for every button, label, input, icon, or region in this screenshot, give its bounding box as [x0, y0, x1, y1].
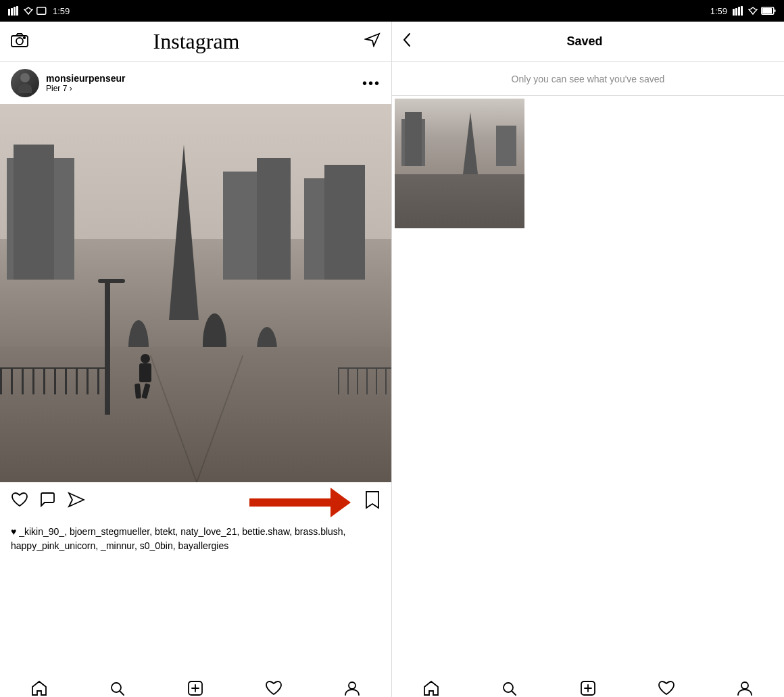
back-button[interactable]: [403, 32, 411, 51]
svg-rect-8: [741, 6, 743, 16]
saved-title: Saved: [422, 34, 748, 49]
saved-header: Saved: [392, 22, 784, 62]
svg-point-26: [741, 682, 748, 689]
svg-point-13: [16, 38, 23, 45]
camera-icon[interactable]: [11, 32, 28, 51]
svg-rect-7: [738, 7, 740, 16]
nav-add-right[interactable]: [549, 679, 627, 697]
svg-rect-5: [733, 9, 735, 16]
nav-add[interactable]: [157, 679, 235, 697]
post-actions: [0, 482, 391, 522]
svg-rect-0: [8, 9, 10, 16]
bottom-nav-left: [0, 679, 392, 697]
svg-rect-6: [735, 8, 737, 16]
nav-heart-right[interactable]: [627, 679, 706, 697]
svg-rect-10: [762, 8, 772, 14]
svg-rect-11: [775, 9, 776, 12]
instagram-logo: Instagram: [28, 29, 364, 54]
nav-home[interactable]: [0, 679, 78, 697]
svg-point-14: [24, 36, 25, 38]
post-location[interactable]: Pier 7: [46, 84, 362, 93]
saved-subtitle-text: Only you can see what you've saved: [512, 74, 665, 84]
post-more-button[interactable]: •••: [362, 76, 381, 91]
svg-rect-4: [37, 7, 46, 15]
svg-line-22: [512, 691, 516, 695]
nav-search-right[interactable]: [470, 679, 549, 697]
send-icon[interactable]: [364, 32, 381, 51]
nav-profile-right[interactable]: [706, 679, 784, 697]
saved-grid: [392, 96, 784, 389]
arrow-annotation: [249, 488, 351, 517]
saved-thumbnail-1[interactable]: [395, 99, 524, 228]
nav-search[interactable]: [78, 679, 157, 697]
main-panels: Instagram monsieurpenseur Pier 7 •••: [0, 22, 784, 697]
status-bar: 1:59 1:59: [0, 0, 784, 22]
svg-rect-1: [11, 8, 13, 16]
likes-text: ♥ _kikin_90_, bjoern_stegmueller, btekt,…: [11, 526, 346, 551]
nav-heart[interactable]: [235, 679, 313, 697]
status-icons-left: [8, 6, 47, 16]
svg-rect-3: [16, 6, 18, 16]
share-button[interactable]: [68, 492, 85, 513]
status-bar-right: 1:59: [392, 6, 784, 16]
svg-point-20: [349, 682, 356, 689]
bookmark-button[interactable]: [364, 490, 381, 514]
bottom-nav-right: [392, 679, 784, 697]
nav-home-right[interactable]: [392, 679, 470, 697]
right-panel-saved: Saved Only you can see what you've saved: [392, 22, 784, 697]
ig-header: Instagram: [0, 22, 391, 62]
post-header: monsieurpenseur Pier 7 •••: [0, 62, 391, 104]
post-likes: ♥ _kikin_90_, bjoern_stegmueller, btekt,…: [0, 522, 391, 557]
left-panel-feed: Instagram monsieurpenseur Pier 7 •••: [0, 22, 392, 697]
status-time-right: 1:59: [710, 6, 727, 16]
saved-subtitle-bar: Only you can see what you've saved: [392, 62, 784, 96]
status-bar-left: 1:59: [0, 6, 392, 16]
avatar[interactable]: [11, 69, 39, 97]
svg-rect-2: [14, 7, 16, 16]
like-button[interactable]: [11, 492, 28, 513]
nav-profile[interactable]: [313, 679, 391, 697]
post-user-info: monsieurpenseur Pier 7: [46, 73, 362, 93]
svg-line-16: [120, 691, 124, 695]
post-username[interactable]: monsieurpenseur: [46, 73, 362, 84]
status-time-left: 1:59: [53, 6, 70, 16]
post-image: [0, 104, 392, 482]
comment-button[interactable]: [39, 492, 57, 513]
status-icons-right: [733, 6, 776, 16]
